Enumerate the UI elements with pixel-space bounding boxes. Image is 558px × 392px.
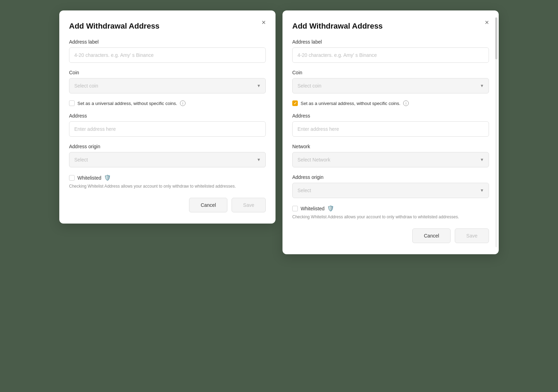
left-cancel-button[interactable]: Cancel [189,198,227,212]
right-whitelist-section: Whitelisted 🛡️ Checking Whitelist Addres… [292,205,489,220]
left-coin-group: Coin Select coin ▼ [69,70,266,93]
left-address-origin-group: Address origin Select ▼ [69,144,266,167]
right-address-label-group: Address label [292,39,489,63]
right-whitelist-row: Whitelisted 🛡️ [292,205,489,212]
left-shield-icon: 🛡️ [104,174,111,181]
left-coin-select[interactable]: Select coin [69,78,266,93]
left-universal-label: Set as a universal address, without spec… [77,101,177,106]
left-info-icon[interactable]: i [180,100,186,106]
right-save-button[interactable]: Save [455,228,489,243]
left-save-button[interactable]: Save [232,198,266,212]
right-network-label: Network [292,144,489,149]
left-whitelist-description: Checking Whitelist Address allows your a… [69,183,266,189]
right-whitelist-description: Checking Whitelist Address allows your a… [292,214,489,220]
scrollbar-track [495,17,497,247]
left-address-origin-label: Address origin [69,144,266,149]
left-modal: Add Withdrawal Address × Address label C… [59,10,276,224]
left-address-label-input[interactable] [69,47,266,63]
right-address-origin-label: Address origin [292,174,489,180]
left-address-input[interactable] [69,121,266,137]
right-whitelist-label: Whitelisted [301,206,324,211]
left-coin-label: Coin [69,70,266,75]
right-coin-label: Coin [292,70,489,75]
left-modal-title: Add Withdrawal Address [69,22,266,31]
right-coin-select[interactable]: Select coin [292,78,489,93]
right-button-row: Cancel Save [292,228,489,243]
right-universal-checkbox[interactable] [292,100,298,106]
right-address-origin-select[interactable]: Select [292,183,489,198]
right-universal-row: Set as a universal address, without spec… [292,100,489,106]
scrollbar-thumb[interactable] [495,17,497,59]
right-universal-label: Set as a universal address, without spec… [301,101,400,106]
left-coin-select-wrapper: Select coin ▼ [69,78,266,93]
left-address-label: Address [69,113,266,119]
left-address-origin-select[interactable]: Select [69,152,266,167]
left-universal-checkbox[interactable] [69,100,75,106]
right-coin-select-wrapper: Select coin ▼ [292,78,489,93]
right-address-input[interactable] [292,121,489,137]
left-address-origin-wrapper: Select ▼ [69,152,266,167]
right-modal-title: Add Withdrawal Address [292,22,489,31]
right-network-select[interactable]: Select Network [292,152,489,167]
left-address-label-label: Address label [69,39,266,45]
right-address-group: Address [292,113,489,137]
right-address-label-label: Address label [292,39,489,45]
left-address-group: Address [69,113,266,137]
left-whitelist-section: Whitelisted 🛡️ Checking Whitelist Addres… [69,174,266,189]
right-coin-group: Coin Select coin ▼ [292,70,489,93]
right-address-origin-wrapper: Select ▼ [292,183,489,198]
left-close-button[interactable]: × [259,17,269,27]
right-info-icon[interactable]: i [403,100,409,106]
right-network-group: Network Select Network ▼ [292,144,489,167]
right-cancel-button[interactable]: Cancel [412,228,451,243]
right-address-label: Address [292,113,489,119]
left-whitelist-row: Whitelisted 🛡️ [69,174,266,181]
left-address-label-group: Address label [69,39,266,63]
right-whitelist-checkbox[interactable] [292,206,298,211]
right-network-select-wrapper: Select Network ▼ [292,152,489,167]
right-address-label-input[interactable] [292,47,489,63]
right-shield-icon: 🛡️ [327,205,334,212]
right-close-button[interactable]: × [482,17,492,27]
right-address-origin-group: Address origin Select ▼ [292,174,489,198]
left-button-row: Cancel Save [69,198,266,212]
left-whitelist-checkbox[interactable] [69,175,75,181]
left-whitelist-label: Whitelisted [77,175,101,181]
left-universal-row: Set as a universal address, without spec… [69,100,266,106]
right-modal: Add Withdrawal Address × Address label C… [282,10,499,254]
